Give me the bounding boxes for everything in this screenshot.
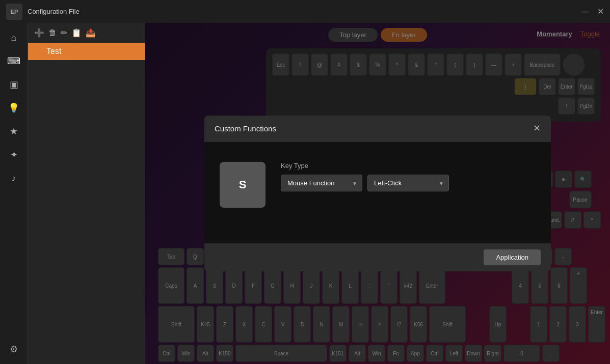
key-type-dropdown[interactable]: Mouse Function Standard Modifier Media (281, 175, 362, 191)
sidebar-item-network[interactable]: ✦ (4, 145, 23, 164)
key-type-label: Key Type (281, 162, 536, 170)
sidebar-item-light[interactable]: 💡 (4, 98, 23, 118)
delete-config-icon[interactable]: 🗑 (48, 28, 57, 38)
modal-title: Custom Functions (215, 124, 276, 133)
key-preview: S (220, 162, 266, 208)
add-config-icon[interactable]: ➕ (34, 28, 44, 38)
config-item-test[interactable]: Test (28, 43, 145, 60)
custom-functions-modal: Custom Functions ✕ S Key Type Mouse Func… (204, 116, 551, 271)
click-type-dropdown-wrapper: Left-Click Right-Click Middle-Click (367, 175, 449, 191)
sidebar-item-display[interactable]: ▣ (4, 75, 23, 94)
config-panel: ➕ 🗑 ✏ 📋 📤 Test (28, 23, 145, 364)
key-type-row: Mouse Function Standard Modifier Media L… (281, 175, 536, 191)
config-circle (34, 48, 41, 55)
main-layout: ⌂ ⌨ ▣ 💡 ★ ✦ ♪ ⚙ ➕ 🗑 ✏ 📋 📤 Test Top layer… (0, 23, 610, 364)
modal-overlay: Custom Functions ✕ S Key Type Mouse Func… (145, 23, 610, 364)
close-button[interactable]: ✕ (597, 8, 604, 16)
copy-config-icon[interactable]: 📋 (71, 28, 82, 38)
modal-close-button[interactable]: ✕ (533, 123, 541, 134)
modal-body: S Key Type Mouse Function Standard Modif… (204, 142, 551, 243)
app-title: Configuration File (28, 8, 576, 15)
sidebar-item-music[interactable]: ♪ (4, 169, 23, 188)
sidebar-item-keyboard[interactable]: ⌨ (4, 51, 23, 71)
modal-footer: Application (204, 243, 551, 271)
config-toolbar: ➕ 🗑 ✏ 📋 📤 (28, 23, 145, 43)
window-controls: — ✕ (581, 8, 604, 16)
click-type-dropdown[interactable]: Left-Click Right-Click Middle-Click (367, 175, 449, 191)
application-button[interactable]: Application (484, 249, 541, 265)
minimize-button[interactable]: — (581, 8, 589, 16)
export-config-icon[interactable]: 📤 (86, 28, 96, 38)
sidebar-item-settings[interactable]: ⚙ (4, 340, 23, 359)
modal-header: Custom Functions ✕ (204, 116, 551, 142)
sidebar: ⌂ ⌨ ▣ 💡 ★ ✦ ♪ ⚙ (0, 23, 28, 364)
sidebar-item-home[interactable]: ⌂ (4, 28, 23, 47)
titlebar: EP Configuration File — ✕ (0, 0, 610, 23)
config-item-label: Test (46, 47, 61, 56)
key-config: Key Type Mouse Function Standard Modifie… (281, 162, 536, 191)
app-logo: EP (6, 4, 22, 20)
content-area: Top layer Fn layer Momentary Toggle Esc … (145, 23, 610, 364)
edit-config-icon[interactable]: ✏ (61, 28, 67, 38)
key-type-dropdown-wrapper: Mouse Function Standard Modifier Media (281, 175, 362, 191)
sidebar-item-star[interactable]: ★ (4, 122, 23, 141)
